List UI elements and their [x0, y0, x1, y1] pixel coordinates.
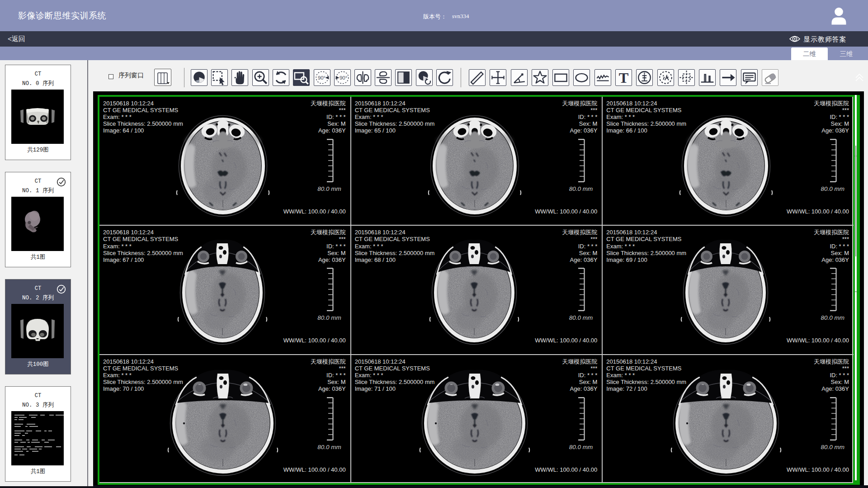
svg-text:90°: 90°: [318, 75, 326, 81]
svg-text:90°: 90°: [340, 75, 347, 81]
svg-text:T: T: [619, 70, 629, 86]
